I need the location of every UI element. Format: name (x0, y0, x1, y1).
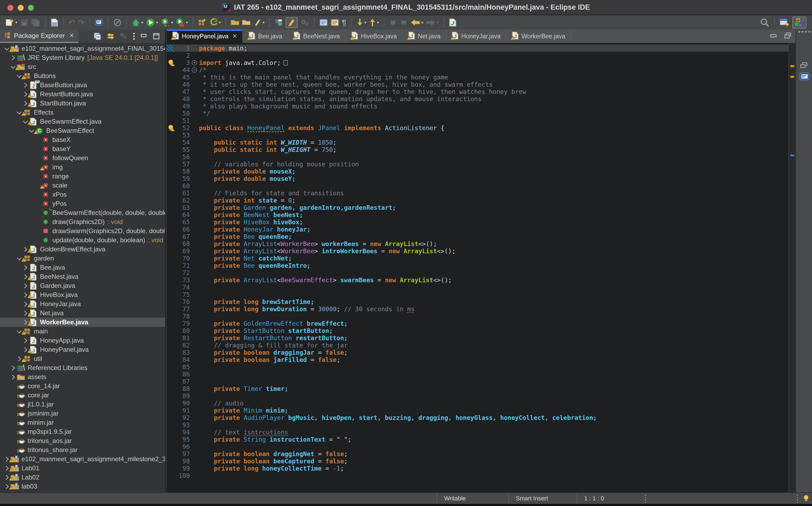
tree-item-range[interactable]: range (0, 172, 165, 181)
code-line-61[interactable]: 61 // Fields for state and transitions (167, 189, 788, 197)
code-line-68[interactable]: 68 private ArrayList<WorkerBee> workerBe… (167, 240, 788, 247)
console-view-icon[interactable] (799, 72, 810, 82)
code-line-3[interactable]: !3+import java.awt.Color; (167, 59, 788, 66)
editor-tab-net-java[interactable]: J!Net.java (403, 29, 446, 43)
code-line-92[interactable]: 92 private AudioPlayer bgMusic, hiveOpen… (167, 414, 788, 421)
minimize-editor-icon[interactable] (769, 33, 777, 39)
chevron-right-icon[interactable] (9, 366, 16, 370)
code-line-51[interactable]: 51 (167, 117, 788, 124)
code-line-44[interactable]: 44−/* (167, 66, 788, 74)
tree-item-startbutton-java[interactable]: J!StartButton.java (0, 99, 165, 108)
tree-item-main[interactable]: !main (0, 327, 165, 336)
tree-item-tritonus-share-jar[interactable]: tritonus_share.jar (0, 445, 165, 454)
code-line-95[interactable]: 95 private String instructionText = " "; (167, 436, 788, 443)
chevron-right-icon[interactable] (22, 284, 29, 287)
code-line-54[interactable]: 54 public static int W_WIDTH = 1050; (167, 139, 788, 146)
next-annotation-icon[interactable]: ▾ (356, 18, 367, 27)
fold-collapse-icon[interactable]: − (190, 67, 199, 73)
tree-item-hivebox-java[interactable]: J!HiveBox.java (0, 290, 165, 300)
tree-item-buttons[interactable]: !Buttons (0, 71, 165, 81)
code-line-57[interactable]: 57 // variables for holding mouse positi… (167, 160, 788, 168)
tree-item-minim-jar[interactable]: minim.jar (0, 418, 165, 427)
tree-item-garden-java[interactable]: JGarden.java (0, 281, 165, 290)
tree-item-mp3spi1-9-5-jar[interactable]: mp3spi1.9.5.jar (0, 427, 165, 436)
back-icon[interactable]: ▾ (411, 18, 424, 26)
tree-item-assets[interactable]: assets (0, 372, 165, 382)
highlighter-icon[interactable] (286, 17, 298, 28)
code-line-52[interactable]: !52public class HoneyPanel extends JPane… (167, 124, 788, 132)
skip-breakpoints-icon[interactable] (113, 18, 122, 27)
tree-item-lab01[interactable]: J!Lab01 (0, 463, 165, 473)
editor-tab-bee-java[interactable]: J!Bee.java (243, 29, 288, 43)
console-b-icon[interactable] (330, 18, 339, 26)
snippet-icon[interactable] (275, 18, 283, 27)
tree-item-basex[interactable]: baseX (0, 135, 165, 144)
traffic-zoom-button[interactable] (28, 5, 34, 11)
overview-marker[interactable] (790, 76, 795, 78)
tree-item-workerbee-java[interactable]: J!WorkerBee.java (0, 318, 165, 327)
close-view-icon[interactable]: ✕ (69, 32, 74, 39)
chevron-right-icon[interactable] (22, 339, 29, 342)
search-icon[interactable] (760, 18, 769, 27)
code-line-90[interactable]: 90 // audio (167, 400, 788, 407)
tree-item-honeyjar-java[interactable]: J!HoneyJar.java (0, 300, 165, 309)
link-editor-icon[interactable] (106, 32, 115, 40)
code-line-82[interactable]: 82 // dragging & fill state for the jar (167, 342, 788, 349)
tree-item-ypos[interactable]: yPos (0, 199, 165, 208)
code-line-98[interactable]: 98 private boolean beeCaptured = false; (167, 457, 788, 465)
editor-tab-honeyjar-java[interactable]: J!HoneyJar.java (446, 29, 506, 43)
mark-occurrences-icon[interactable]: ▾ (253, 18, 265, 27)
code-line-47[interactable]: 47 * user clicks start, captures the que… (167, 88, 788, 95)
tree-item-drawswarm-graphics2d-double-double-[interactable]: drawSwarm(Graphics2D, double, double) (0, 227, 165, 236)
chevron-right-icon[interactable] (22, 266, 29, 269)
tree-item-tritonus-aos-jar[interactable]: tritonus_aos.jar (0, 436, 165, 445)
code-line-66[interactable]: 66 private HoneyJar honeyJar; (167, 226, 788, 233)
tree-item-e102-manmeet-sagri-assignmnet4-milestone2-301545311[interactable]: J!e102_manmeet_sagri_assignmnet4_milesto… (0, 454, 165, 463)
chevron-right-icon[interactable] (22, 83, 29, 87)
chevron-right-icon[interactable] (9, 56, 16, 60)
code-line-81[interactable]: 81 private RestartButton restartButton; (167, 334, 788, 342)
code-line-88[interactable]: 88 private Timer timer; (167, 385, 788, 392)
tree-item-jre-system-library[interactable]: JRE System Library[Java SE 24.0.1 [24.0.… (0, 53, 165, 62)
tree-item-beeswarmeffect[interactable]: C!BeeSwarmEffect (0, 126, 165, 135)
tree-item-e102-manmeet-sagri-assignmnet4-final-301545311[interactable]: J!e102_manmeet_sagri_assignmnet4_FINAL_3… (0, 44, 165, 53)
run-icon[interactable]: ▾ (146, 18, 158, 27)
maximize-editor-icon[interactable] (784, 32, 792, 40)
code-line-85[interactable]: 85 (167, 363, 788, 370)
tree-item-img[interactable]: !img (0, 163, 165, 172)
tree-item-basebutton-java[interactable]: JABaseButton.java (0, 81, 165, 90)
open-console-icon[interactable] (94, 18, 103, 26)
tree-item-honeyapp-java[interactable]: JHoneyApp.java (0, 336, 165, 345)
tree-item-core-jar[interactable]: core.jar (0, 391, 165, 400)
traffic-minimize-button[interactable] (18, 5, 24, 11)
tree-item-bee-java[interactable]: JBee.java (0, 263, 165, 272)
code-line-84[interactable]: 84 private boolean jarFilled = false; (167, 356, 788, 363)
collapse-all-icon[interactable] (93, 32, 102, 40)
view-menu-icon[interactable] (132, 32, 136, 40)
code-line-100[interactable]: 100 (167, 472, 788, 479)
tab-package-explorer[interactable]: Package Explorer ✕ (0, 29, 78, 43)
code-line-56[interactable]: 56 (167, 153, 788, 160)
code-line-94[interactable]: 94 // text isntrcutions (167, 428, 788, 436)
whitespace-icon[interactable]: ¶ (342, 18, 346, 26)
code-line-89[interactable]: 89 (167, 392, 788, 400)
tree-item-effects[interactable]: !Effects (0, 108, 165, 117)
code-line-73[interactable]: 73 private ArrayList<BeeSwarmEffect> swa… (167, 276, 788, 283)
tree-item-core-14-jar[interactable]: core_14.jar (0, 382, 165, 391)
code-line-62[interactable]: 62 private int state = 0; (167, 197, 788, 204)
tree-item-lab03[interactable]: J!lab03 (0, 482, 165, 489)
code-line-49[interactable]: 49 * also plays background music and sou… (167, 102, 788, 110)
tree-item-garden[interactable]: !garden (0, 254, 165, 263)
trim-grip[interactable] (798, 31, 810, 32)
title-bar[interactable]: IAT 265 - e102_manmeet_sagri_assignmnet4… (0, 0, 812, 15)
status-hint-bulb-icon[interactable] (802, 495, 810, 504)
java-perspective-icon[interactable]: J (792, 17, 806, 28)
tree-item-net-java[interactable]: J!Net.java (0, 309, 165, 318)
new-class-icon[interactable]: ▾ (209, 18, 221, 27)
fold-expand-icon[interactable]: + (190, 60, 199, 66)
overview-marker[interactable] (790, 65, 795, 67)
code-line-1[interactable]: 1package main; (167, 45, 788, 52)
tree-item-src[interactable]: !src (0, 62, 165, 71)
code-line-99[interactable]: 99 private long honeyCollectTime = -1; (167, 465, 788, 472)
new-package-icon[interactable] (198, 18, 207, 27)
